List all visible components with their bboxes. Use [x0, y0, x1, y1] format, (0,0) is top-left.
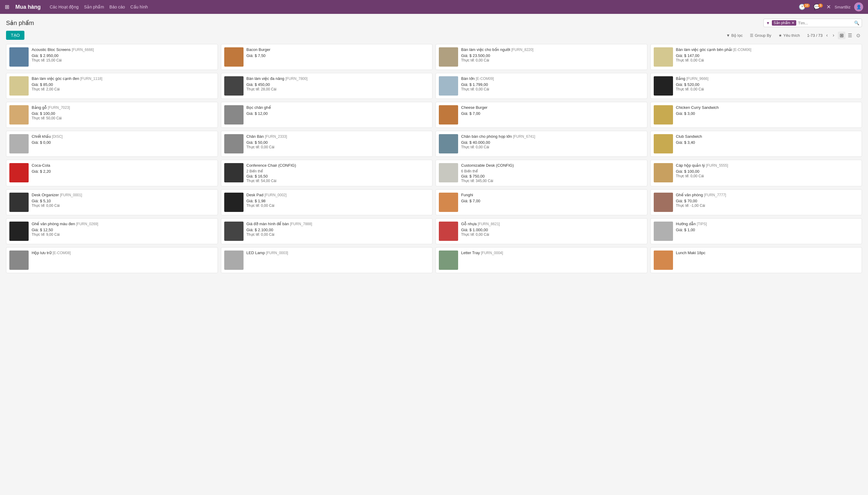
product-name: Bàn làm việc góc cạnh bên phải [E-COM06]	[676, 47, 859, 52]
user-avatar[interactable]: 👤	[854, 2, 863, 12]
product-card[interactable]: Bacon Burger Giá: $ 7,50	[221, 44, 433, 70]
list-view-button[interactable]: ☰	[846, 32, 854, 39]
product-info: LED Lamp [FURN_0003]	[246, 251, 430, 257]
product-card[interactable]: Bàn làm việc cho bốn người [FURN_8220] G…	[435, 44, 647, 70]
product-image	[654, 251, 673, 270]
grid-menu-icon[interactable]: ⊞	[5, 4, 9, 10]
product-name: Gỗ nhựa [FURN_8621]	[461, 222, 644, 227]
product-price: Giá: $ 85,00	[32, 82, 214, 87]
product-card[interactable]: LED Lamp [FURN_0003]	[221, 247, 433, 273]
product-image	[9, 222, 29, 241]
activity-view-button[interactable]: ⊙	[854, 32, 862, 39]
toolbar-right: ▼ Bộ lọc ☰ Group By ★ Yêu thích 1-73 / 7…	[724, 32, 862, 39]
product-card[interactable]: Chân Bàn [FURN_2333] Giá: $ 50,00 Thực t…	[221, 131, 433, 157]
product-image	[224, 163, 244, 182]
product-price: Giá: $ 1,00	[676, 227, 859, 232]
product-card[interactable]: Conference Chair (CONFIG) 2 Biến thể Giá…	[221, 160, 433, 186]
product-price: Giá: $ 1,98	[246, 199, 430, 203]
topnav-right: 🕐 38 💬 9 ✕ SmartBiz 👤	[799, 2, 863, 12]
filter-tag-close[interactable]: ✕	[792, 21, 795, 25]
product-card[interactable]: Giá đỡ màn hình để bàn [FURN_7888] Giá: …	[221, 218, 433, 244]
product-card[interactable]: Bàn làm việc góc cạnh bên phải [E-COM06]…	[650, 44, 862, 70]
product-card[interactable]: Coca-Cola Giá: $ 2,20	[6, 160, 218, 186]
product-card[interactable]: Bảng gỗ [FURN_7023] Giá: $ 100,00 Thực t…	[6, 102, 218, 128]
product-info: Hướng dẫn [TIPS] Giá: $ 1,00	[676, 222, 859, 233]
product-name: Bàn làm việc đa năng [FURN_7800]	[246, 76, 430, 81]
nav-bao-cao[interactable]: Báo cáo	[109, 4, 125, 9]
product-card[interactable]: Desk Organizer [FURN_0001] Giá: $ 5,10 T…	[6, 189, 218, 215]
product-price: Giá: $ 450,00	[246, 82, 430, 87]
product-info: Lunch Maki 18pc	[676, 251, 859, 257]
product-card[interactable]: Lunch Maki 18pc	[650, 247, 862, 273]
search-input[interactable]	[798, 21, 852, 25]
filter-btn-label: Bộ lọc	[731, 33, 743, 38]
product-card[interactable]: Cheese Burger Giá: $ 7,00	[435, 102, 647, 128]
product-image	[439, 222, 458, 241]
product-image	[439, 193, 458, 212]
activity-icon-wrap[interactable]: 🕐 38	[799, 4, 810, 10]
groupby-button[interactable]: ☰ Group By	[747, 32, 774, 39]
product-card[interactable]: Cáp hộp quản lý [FURN_5555] Giá: $ 100,0…	[650, 160, 862, 186]
product-price: Giá: $ 7,00	[461, 111, 644, 116]
product-card[interactable]: Bọc chân ghế Giá: $ 12,00	[221, 102, 433, 128]
product-qty: Thực tế: 345,00 Cái	[461, 179, 644, 183]
product-card[interactable]: Bàn lớn [E-COM09] Giá: $ 1.799,00 Thực t…	[435, 73, 647, 99]
product-card[interactable]: Letter Tray [FURN_0004]	[435, 247, 647, 273]
product-card[interactable]: Hướng dẫn [TIPS] Giá: $ 1,00	[650, 218, 862, 244]
nav-cau-hinh[interactable]: Cấu hình	[130, 4, 148, 9]
product-card[interactable]: Club Sandwich Giá: $ 3,40	[650, 131, 862, 157]
product-card[interactable]: Customizable Desk (CONFIG) 6 Biến thể Gi…	[435, 160, 647, 186]
filter-button[interactable]: ▼ Bộ lọc	[724, 32, 745, 39]
view-buttons: ⊞ ☰ ⊙	[838, 32, 862, 39]
product-image	[439, 76, 458, 96]
product-card[interactable]: Acoustic Bloc Screens [FURN_6666] Giá: $…	[6, 44, 218, 70]
page-title: Sản phẩm	[6, 19, 760, 27]
product-card[interactable]: Chiết khấu [DISC] Giá: $ 0,00	[6, 131, 218, 157]
product-card[interactable]: Funghi Giá: $ 7,00	[435, 189, 647, 215]
product-price: Giá: $ 3,00	[676, 111, 859, 116]
product-price: Giá: $ 12,50	[32, 227, 214, 232]
nav-san-pham[interactable]: Sản phẩm	[84, 4, 104, 9]
nav-separator: ✕	[827, 4, 831, 10]
message-badge: 9	[818, 4, 823, 7]
message-icon-wrap[interactable]: 💬 9	[813, 4, 823, 10]
product-card[interactable]: Gỗ nhựa [FURN_8621] Giá: $ 1.000,00 Thực…	[435, 218, 647, 244]
product-card[interactable]: Bàn làm việc đa năng [FURN_7800] Giá: $ …	[221, 73, 433, 99]
nav-hoat-dong[interactable]: Các Hoạt động	[50, 4, 79, 9]
product-card[interactable]: Ghế văn phòng màu đen [FURN_0269] Giá: $…	[6, 218, 218, 244]
search-icon[interactable]: 🔍	[854, 20, 859, 25]
product-card[interactable]: Chicken Curry Sandwich Giá: $ 3,00	[650, 102, 862, 128]
product-card[interactable]: Ghế văn phòng [FURN_7777] Giá: $ 70,00 T…	[650, 189, 862, 215]
product-card[interactable]: Hộp lưu trữ [E-COM08]	[6, 247, 218, 273]
product-price: Giá: $ 1.799,00	[461, 82, 644, 87]
product-price: Giá: $ 147,00	[676, 53, 859, 58]
product-card[interactable]: Chân bàn cho phòng họp lớn [FURN_6741] G…	[435, 131, 647, 157]
app-title: Mua hàng	[15, 4, 41, 10]
product-card[interactable]: Desk Pad [FURN_0002] Giá: $ 1,98 Thực tế…	[221, 189, 433, 215]
product-card[interactable]: Bàn làm việc góc cạnh đen [FURN_1118] Gi…	[6, 73, 218, 99]
product-image	[9, 251, 29, 270]
product-name: Bọc chân ghế	[246, 105, 430, 110]
favorites-button[interactable]: ★ Yêu thích	[776, 32, 802, 39]
product-qty: Thực tế: 0,00 Cái	[246, 204, 430, 208]
product-name: Cáp hộp quản lý [FURN_5555]	[676, 163, 859, 168]
product-name: Club Sandwich	[676, 134, 859, 139]
toolbar: TẠO ▼ Bộ lọc ☰ Group By ★ Yêu thích 1-73…	[6, 31, 862, 40]
product-image	[224, 47, 244, 67]
next-page-button[interactable]: ›	[832, 32, 835, 39]
filter-icon: ▼	[766, 21, 770, 25]
create-button[interactable]: TẠO	[6, 31, 24, 40]
product-card[interactable]: Bảng [FURN_9666] Giá: $ 520,00 Thực tế: …	[650, 73, 862, 99]
product-qty: Thực tế: 9,00 Cái	[32, 233, 214, 237]
product-name: Hướng dẫn [TIPS]	[676, 222, 859, 227]
product-info: Bọc chân ghế Giá: $ 12,00	[246, 105, 430, 116]
page-header: Sản phẩm ▼ Sản phẩm ✕ 🔍	[6, 19, 862, 27]
product-image	[654, 76, 673, 96]
product-name: Coca-Cola	[32, 163, 214, 168]
product-info: Chiết khấu [DISC] Giá: $ 0,00	[32, 134, 214, 145]
product-price: Giá: $ 750,00	[461, 174, 644, 178]
prev-page-button[interactable]: ‹	[825, 32, 829, 39]
product-image	[224, 105, 244, 124]
filter-tag[interactable]: Sản phẩm ✕	[772, 20, 796, 25]
kanban-view-button[interactable]: ⊞	[838, 32, 845, 39]
